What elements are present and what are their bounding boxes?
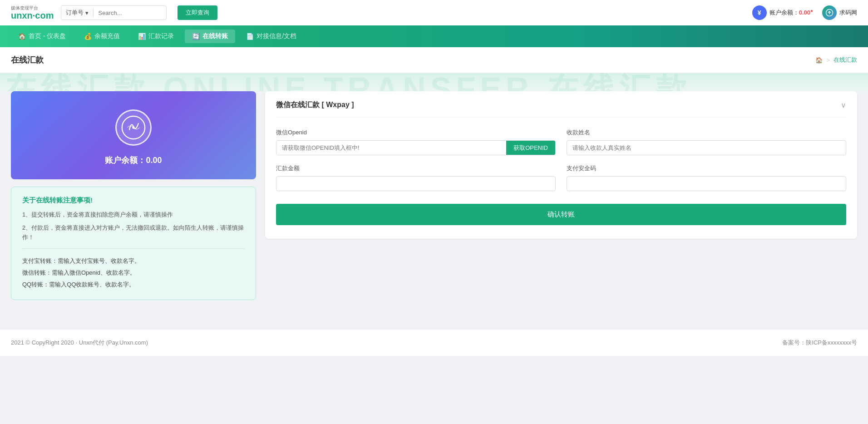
breadcrumb-home-icon[interactable]: 🏠 xyxy=(815,57,823,64)
account-logo xyxy=(115,109,152,146)
balance-superscript: ● xyxy=(810,8,813,13)
banner-section: 在线汇款 ONLINE TRANSFER 在线汇款 xyxy=(0,73,868,91)
payee-name-input[interactable] xyxy=(567,140,846,155)
amount-input[interactable] xyxy=(276,176,556,191)
nav-item-docs[interactable]: 📄 对接信息/文档 xyxy=(239,30,304,43)
nav-item-transfer-label: 在线转账 xyxy=(202,32,228,40)
account-card: 账户余额：0.00 xyxy=(11,91,256,179)
nav-item-records[interactable]: 📊 汇款记录 xyxy=(131,30,181,43)
logo-top-text: 媒体变现平台 xyxy=(11,5,54,10)
nav-item-dashboard-label: 首页 - 仪表盘 xyxy=(29,32,66,40)
footer: 2021 © CopyRight 2020 · Unxn代付 (Pay.Unxn… xyxy=(0,329,868,356)
logo-com: com xyxy=(35,10,54,20)
notice-item-1: 1、提交转账后，资金将直接扣除您商户余额，请谨慎操作 xyxy=(22,210,245,220)
records-icon: 📊 xyxy=(138,33,146,40)
search-bar: 订单号 ▾ xyxy=(61,5,167,20)
breadcrumb-separator: > xyxy=(826,57,830,64)
qiumawang-link[interactable]: 求码网 xyxy=(822,5,857,20)
security-code-label: 支付安全码 xyxy=(567,164,846,173)
breadcrumb: 🏠 > 在线汇款 xyxy=(815,56,857,64)
notice-item-2: 2、付款后，资金将直接进入对方账户，无法撤回或退款。如向陌生人转账，请谨慎操作！ xyxy=(22,223,245,242)
header-left: 媒体变现平台 unxn·com 订单号 ▾ 立即查询 xyxy=(11,5,217,20)
breadcrumb-current: 在线汇款 xyxy=(833,56,857,64)
left-panel: 账户余额：0.00 关于在线转账注意事项! 1、提交转账后，资金将直接扣除您商户… xyxy=(11,91,256,300)
search-input[interactable] xyxy=(94,10,166,16)
security-code-input[interactable] xyxy=(567,176,846,191)
notice-card: 关于在线转账注意事项! 1、提交转账后，资金将直接扣除您商户余额，请谨慎操作 2… xyxy=(11,187,256,300)
nav-item-recharge-label: 余额充值 xyxy=(94,32,120,40)
transfer-form-panel: 微信在线汇款 [ Wxpay ] ∨ 微信Openid 获取OPENID 收款姓… xyxy=(265,91,857,239)
page-title: 在线汇款 xyxy=(11,54,44,65)
nav-item-records-label: 汇款记录 xyxy=(148,32,174,40)
get-openid-button[interactable]: 获取OPENID xyxy=(506,141,555,155)
form-row-2: 汇款金额 支付安全码 xyxy=(276,164,846,191)
notice-title: 关于在线转账注意事项! xyxy=(22,196,245,205)
confirm-transfer-button[interactable]: 确认转账 xyxy=(276,204,846,225)
wechat-openid-input[interactable] xyxy=(276,141,506,155)
qiumawang-label: 求码网 xyxy=(839,9,857,17)
panel-title: 微信在线汇款 [ Wxpay ] xyxy=(276,100,354,110)
notice-pay-wechat: 微信转账：需输入微信Openid、收款名字。 xyxy=(22,267,245,279)
nav-item-recharge[interactable]: 💰 余额充值 xyxy=(77,30,127,43)
search-button[interactable]: 立即查询 xyxy=(178,5,217,20)
nav-item-docs-label: 对接信息/文档 xyxy=(256,32,296,40)
notice-pay-alipay: 支付宝转账：需输入支付宝账号、收款名字。 xyxy=(22,255,245,267)
chevron-down-icon: ▾ xyxy=(85,10,89,16)
logo: 媒体变现平台 unxn·com xyxy=(11,5,54,20)
balance-label: 账户余额：0.00● xyxy=(769,8,813,17)
recharge-icon: 💰 xyxy=(84,33,92,40)
wechat-openid-group: 微信Openid 获取OPENID xyxy=(276,128,556,155)
search-type-label: 订单号 xyxy=(66,9,84,17)
amount-label: 汇款金额 xyxy=(276,164,556,173)
payee-name-label: 收款姓名 xyxy=(567,128,846,137)
notice-pay-qq: QQ转账：需输入QQ收款账号、收款名字。 xyxy=(22,279,245,291)
brand-logo-svg xyxy=(121,115,146,140)
amount-group: 汇款金额 xyxy=(276,164,556,191)
page-header: 在线汇款 🏠 > 在线汇款 xyxy=(0,47,868,73)
footer-copyright: 2021 © CopyRight 2020 · Unxn代付 (Pay.Unxn… xyxy=(11,339,148,347)
qiumawang-icon xyxy=(822,5,837,20)
logo-brand: unxn·com xyxy=(11,10,54,20)
account-card-balance-label: 账户余额： xyxy=(105,156,146,165)
transfer-icon: 🔄 xyxy=(192,33,200,40)
footer-icp: 备案号：陕ICP备xxxxxxxx号 xyxy=(782,339,857,347)
nav-item-dashboard[interactable]: 🏠 首页 - 仪表盘 xyxy=(11,30,73,43)
form-row-1: 微信Openid 获取OPENID 收款姓名 xyxy=(276,128,846,155)
account-card-balance-amount: 0.00 xyxy=(146,156,162,165)
balance-icon: ¥ xyxy=(752,5,767,20)
home-icon: 🏠 xyxy=(18,33,26,40)
notice-divider xyxy=(22,248,245,249)
wechat-openid-input-wrapper: 获取OPENID xyxy=(276,140,556,155)
payee-name-group: 收款姓名 xyxy=(567,128,846,155)
main-content: 账户余额：0.00 关于在线转账注意事项! 1、提交转账后，资金将直接扣除您商户… xyxy=(0,91,868,311)
collapse-icon[interactable]: ∨ xyxy=(841,101,846,109)
balance-amount: 0.00 xyxy=(799,10,810,16)
docs-icon: 📄 xyxy=(246,33,254,40)
header-right: ¥ 账户余额：0.00● 求码网 xyxy=(752,5,857,20)
account-card-balance: 账户余额：0.00 xyxy=(20,155,247,166)
search-type-selector[interactable]: 订单号 ▾ xyxy=(61,9,94,17)
main-nav: 🏠 首页 - 仪表盘 💰 余额充值 📊 汇款记录 🔄 在线转账 📄 对接信息/文… xyxy=(0,25,868,47)
notice-pay-info: 支付宝转账：需输入支付宝账号、收款名字。 微信转账：需输入微信Openid、收款… xyxy=(22,255,245,291)
panel-header: 微信在线汇款 [ Wxpay ] ∨ xyxy=(276,100,846,118)
logo-main: unxn xyxy=(11,10,33,20)
nav-item-transfer[interactable]: 🔄 在线转账 xyxy=(185,30,235,43)
account-balance-display: ¥ 账户余额：0.00● xyxy=(752,5,813,20)
security-code-group: 支付安全码 xyxy=(567,164,846,191)
header: 媒体变现平台 unxn·com 订单号 ▾ 立即查询 ¥ 账户余额：0.00● xyxy=(0,0,868,25)
wechat-openid-label: 微信Openid xyxy=(276,128,556,137)
